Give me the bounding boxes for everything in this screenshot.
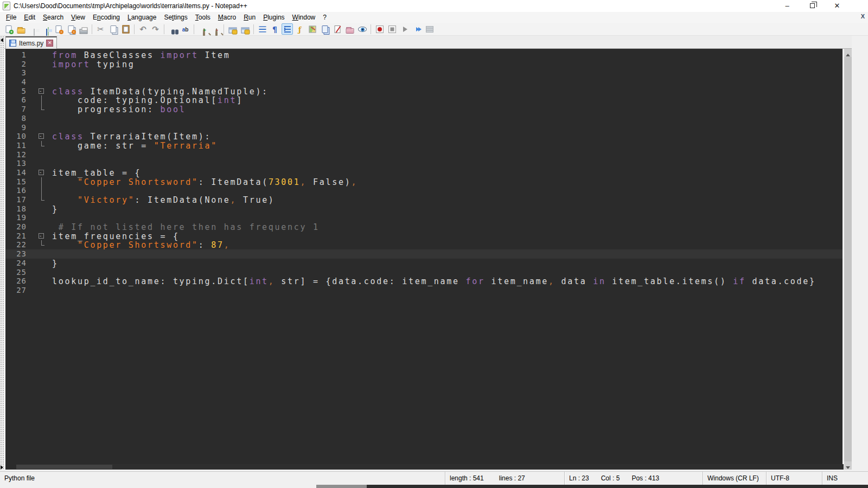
code-line: 25 bbox=[5, 268, 843, 277]
code-text: item_frequencies = { bbox=[52, 232, 180, 241]
open-file-icon[interactable] bbox=[15, 23, 27, 35]
code-text: # If not listed here then has frequency … bbox=[52, 222, 320, 232]
function-list-icon[interactable]: ƒ bbox=[294, 23, 305, 35]
bottom-edge bbox=[0, 485, 868, 488]
menu-window[interactable]: Window bbox=[289, 12, 320, 22]
line-number: 16 bbox=[5, 186, 29, 195]
dock-arrow-left-icon[interactable] bbox=[1, 38, 3, 42]
macro-play-icon[interactable] bbox=[399, 23, 410, 35]
macro-save-disabled-icon[interactable] bbox=[424, 23, 435, 35]
show-all-characters-icon[interactable]: ¶ bbox=[269, 23, 280, 35]
new-file-icon[interactable]: + bbox=[3, 23, 14, 35]
status-encoding[interactable]: UTF-8 bbox=[771, 474, 789, 482]
code-line: 4 bbox=[5, 78, 843, 87]
replace-icon[interactable]: ab bbox=[180, 23, 191, 35]
menu-bar: FileEditSearchViewEncodingLanguageSettin… bbox=[0, 12, 868, 23]
close-button[interactable]: ✕ bbox=[825, 0, 850, 12]
fold-margin[interactable]: - bbox=[29, 87, 43, 96]
fold-margin[interactable]: - bbox=[29, 232, 43, 241]
menubar-close-icon[interactable]: X bbox=[861, 13, 865, 20]
copy-icon[interactable] bbox=[107, 23, 119, 35]
menu-tools[interactable]: Tools bbox=[192, 12, 214, 22]
edit-marker-icon[interactable] bbox=[331, 23, 343, 35]
code-line: 8 bbox=[5, 114, 843, 123]
line-number: 15 bbox=[5, 177, 29, 187]
macro-record-icon[interactable] bbox=[374, 23, 385, 35]
fold-margin[interactable]: - bbox=[29, 168, 43, 177]
sync-scroll-horizontal-icon[interactable] bbox=[239, 23, 251, 35]
line-number: 25 bbox=[5, 268, 29, 277]
zoom-out-icon[interactable]: - bbox=[209, 23, 221, 35]
status-eol[interactable]: Windows (CR LF) bbox=[707, 474, 759, 482]
sync-scroll-vertical-icon[interactable] bbox=[227, 23, 238, 35]
line-number: 10 bbox=[5, 132, 29, 141]
menu-run[interactable]: Run bbox=[240, 12, 259, 22]
file-monitoring-icon[interactable] bbox=[356, 23, 368, 35]
code-line: 7 progression: bool bbox=[5, 105, 843, 114]
line-number: 1 bbox=[5, 50, 29, 60]
scroll-down-icon[interactable] bbox=[844, 461, 852, 470]
menu-file[interactable]: File bbox=[2, 12, 20, 22]
tab-items-py[interactable]: Items.py ✕ bbox=[5, 36, 57, 49]
code-line: 13 bbox=[5, 159, 843, 168]
code-editor[interactable]: 1from BaseClasses import Item2import typ… bbox=[4, 49, 843, 470]
word-wrap-icon[interactable] bbox=[257, 23, 268, 35]
dock-arrow-right-icon[interactable] bbox=[1, 465, 3, 470]
code-text: progression: bool bbox=[52, 105, 186, 114]
save-file-disabled-icon[interactable] bbox=[28, 23, 39, 35]
fold-margin[interactable]: - bbox=[29, 132, 43, 141]
line-number: 11 bbox=[5, 141, 29, 150]
tab-close-icon[interactable]: ✕ bbox=[46, 40, 53, 47]
tab-label: Items.py bbox=[19, 40, 43, 47]
status-length: length : 541 bbox=[450, 474, 484, 482]
menu-language[interactable]: Language bbox=[124, 12, 160, 22]
find-icon[interactable] bbox=[167, 23, 178, 35]
save-all-icon[interactable] bbox=[40, 23, 52, 35]
show-indent-guide-active-icon[interactable] bbox=[282, 23, 293, 35]
code-line: 6 code: typing.Optional[int] bbox=[5, 95, 843, 105]
close-all-icon[interactable]: - bbox=[65, 23, 76, 35]
document-map-icon[interactable] bbox=[307, 23, 318, 35]
menu-settings[interactable]: Settings bbox=[160, 12, 191, 22]
code-line: 27 bbox=[5, 286, 843, 295]
menu-plugins[interactable]: Plugins bbox=[259, 12, 288, 22]
restore-button[interactable] bbox=[800, 0, 825, 12]
status-insert-mode[interactable]: INS bbox=[827, 474, 838, 482]
zoom-in-icon[interactable]: + bbox=[197, 23, 208, 35]
fold-margin bbox=[29, 105, 43, 114]
close-file-icon[interactable]: - bbox=[53, 23, 64, 35]
project-folder-icon[interactable] bbox=[344, 23, 355, 35]
dock-strip bbox=[0, 36, 4, 470]
undo-icon[interactable]: ↶ bbox=[137, 23, 149, 35]
menu-edit[interactable]: Edit bbox=[20, 12, 39, 22]
code-line: 16 bbox=[5, 186, 843, 195]
menu-macro[interactable]: Macro bbox=[214, 12, 240, 22]
print-icon[interactable] bbox=[78, 23, 89, 35]
menu-encoding[interactable]: Encoding bbox=[89, 12, 124, 22]
code-text: game: str = "Terraria" bbox=[52, 141, 218, 151]
code-text: from BaseClasses import Item bbox=[52, 50, 230, 60]
status-column: Col : 5 bbox=[601, 474, 620, 482]
vertical-scrollbar[interactable] bbox=[844, 49, 852, 470]
minimize-button[interactable]: – bbox=[775, 0, 800, 12]
horizontal-scrollbar-thumb[interactable] bbox=[16, 465, 112, 469]
paste-icon[interactable] bbox=[120, 23, 131, 35]
macro-run-multiple-icon[interactable] bbox=[411, 23, 423, 35]
scroll-up-icon[interactable] bbox=[844, 49, 852, 57]
line-number: 26 bbox=[5, 277, 29, 286]
menu-?[interactable]: ? bbox=[319, 12, 330, 22]
line-number: 13 bbox=[5, 159, 29, 168]
vertical-scrollbar-thumb[interactable] bbox=[844, 57, 852, 461]
redo-icon[interactable]: ↷ bbox=[150, 23, 161, 35]
fold-margin bbox=[29, 60, 43, 69]
code-text: import typing bbox=[52, 60, 135, 69]
horizontal-scrollbar[interactable] bbox=[16, 464, 844, 470]
menu-view[interactable]: View bbox=[67, 12, 89, 22]
code-line: 3 bbox=[5, 68, 843, 78]
menu-search[interactable]: Search bbox=[39, 12, 67, 22]
document-list-icon[interactable] bbox=[319, 23, 330, 35]
line-number: 8 bbox=[5, 114, 29, 123]
cut-icon[interactable]: ✂ bbox=[95, 23, 106, 35]
macro-stop-icon[interactable] bbox=[386, 23, 398, 35]
code-text: item_table = { bbox=[52, 168, 141, 178]
